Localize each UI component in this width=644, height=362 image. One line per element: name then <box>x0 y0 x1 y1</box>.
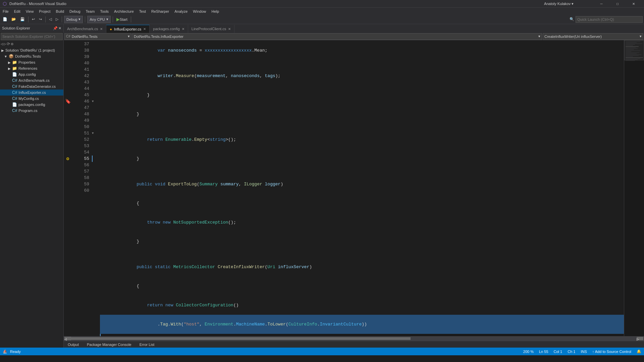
collapse-icon-51[interactable]: ▼ <box>92 132 94 135</box>
status-zoom[interactable]: 200 % <box>523 350 534 354</box>
gutter-line-55: ⚙ <box>64 156 72 162</box>
window-controls[interactable]: ─ □ ✕ <box>594 0 641 7</box>
menu-analyze[interactable]: Analyze <box>172 8 190 15</box>
se-item-properties[interactable]: ▶ 📁 Properties <box>0 59 63 65</box>
menu-project[interactable]: Project <box>36 8 53 15</box>
se-nav-back[interactable]: ◁ <box>1 42 3 47</box>
code-editor[interactable]: 🔖 ⚙ 37 <box>64 40 644 336</box>
tab-archbenchmark[interactable]: ArchBenchmark.cs ✕ <box>64 25 106 33</box>
collapse-53 <box>92 143 97 149</box>
ln-52: 52 <box>72 136 89 143</box>
menu-build[interactable]: Build <box>53 8 67 15</box>
chevron-nav2: ▾ <box>538 34 540 39</box>
toolbar-back[interactable]: ◁ <box>48 16 53 23</box>
solution-explorer-search[interactable] <box>1 33 63 40</box>
menu-tools[interactable]: Tools <box>97 8 111 15</box>
tab-packagesconfig[interactable]: packages.config ✕ <box>150 25 188 33</box>
ln-60: 60 <box>72 187 89 194</box>
menu-file[interactable]: File <box>0 8 11 15</box>
menu-architecture[interactable]: Architecture <box>111 8 137 15</box>
collapse-column: ▼ ▼ <box>92 40 97 336</box>
status-ch[interactable]: Ch 1 <box>568 350 575 354</box>
nav-method-dropdown[interactable]: CreateInfluxWriter(Uri influxServer) ▾ <box>543 33 643 40</box>
expand-icon4: ▶ <box>8 67 11 70</box>
se-item-myconfig[interactable]: ▶ C# MyConfig.cs <box>0 96 63 102</box>
status-ln[interactable]: Ln 55 <box>539 350 548 354</box>
toolbar-save[interactable]: 💾 <box>19 16 26 23</box>
start-button[interactable]: ▶ Start <box>115 16 129 23</box>
nav-file-dropdown[interactable]: C# DotNetRu.Tests ▾ <box>64 33 131 40</box>
horizontal-scrollbar[interactable]: ◁ ▷ <box>64 336 644 341</box>
se-item-label: Properties <box>18 60 35 64</box>
collapse-icon-46[interactable]: ▼ <box>92 100 94 103</box>
se-sync-icon[interactable]: ⟳ <box>7 42 10 47</box>
minimap[interactable] <box>624 40 644 336</box>
se-nav-fwd[interactable]: ▷ <box>4 42 6 47</box>
h-scroll-thumb[interactable] <box>71 337 411 340</box>
tab-close-archbenchmark[interactable]: ✕ <box>100 27 103 31</box>
minimap-viewport[interactable] <box>624 40 644 60</box>
source-control-button[interactable]: ↑ Add to Source Control <box>592 350 631 354</box>
toolbar-open[interactable]: 📂 <box>10 16 17 23</box>
collapse-51[interactable]: ▼ <box>92 130 97 136</box>
se-pin-icon[interactable]: 📌 <box>53 26 58 31</box>
menu-help[interactable]: Help <box>209 8 222 15</box>
se-settings-icon[interactable]: ⚙ <box>11 42 13 47</box>
bottom-tab-package-manager[interactable]: Package Manager Console <box>83 341 136 348</box>
menu-view[interactable]: View <box>23 8 37 15</box>
menu-team[interactable]: Team <box>83 8 98 15</box>
status-notification-icon[interactable]: 🔔 <box>637 349 641 354</box>
h-scroll-right[interactable]: ▷ <box>637 337 643 340</box>
tab-influxexporter[interactable]: ● InfluxExporter.cs ✕ <box>106 25 150 33</box>
se-item-fakedatagenerator[interactable]: ▶ C# FakeDataGenerator.cs <box>0 83 63 89</box>
expand-icon2: ▼ <box>4 55 7 58</box>
gutter-line-40 <box>64 60 72 66</box>
menu-window[interactable]: Window <box>190 8 209 15</box>
tab-lineprotocol[interactable]: LineProtocolClient.cs ✕ <box>188 25 234 33</box>
bottom-tab-output[interactable]: Output <box>64 341 83 348</box>
se-item-label: ArchBenchmark.cs <box>18 78 49 82</box>
chevron-down-icon: ▾ <box>78 17 80 21</box>
nav-class-dropdown[interactable]: DotNetRu.Tests.InfluxExporter ▾ <box>132 33 542 40</box>
quick-launch-input[interactable] <box>576 16 643 23</box>
toolbar: 📄 📂 💾 ↩ ↪ ◁ ▷ Debug ▾ Any CPU ▾ ▶ Start … <box>0 15 644 24</box>
toolbar-redo[interactable]: ↪ <box>38 16 43 23</box>
menu-test[interactable]: Test <box>137 8 149 15</box>
se-item-packagesconfig[interactable]: ▶ 📄 packages.config <box>0 102 63 108</box>
code-content[interactable]: var nanoseconds = xxxxxxxxxxxxxxxxxx.Mea… <box>97 40 624 336</box>
se-item-program[interactable]: ▶ C# Program.cs <box>0 108 63 114</box>
gutter-line-47 <box>64 105 72 111</box>
se-item-project[interactable]: ▼ 📦 DotNetRu.Tests <box>0 53 63 59</box>
source-control-icon: ⛵ <box>3 349 7 354</box>
debug-mode-dropdown[interactable]: Debug ▾ <box>64 16 83 23</box>
se-item-archbenchmark[interactable]: ▶ C# ArchBenchmark.cs <box>0 77 63 83</box>
tab-close-influxexporter[interactable]: ✕ <box>143 27 146 31</box>
status-ins[interactable]: INS <box>581 350 587 354</box>
ln-55: 55 <box>72 156 89 162</box>
tab-close-lineprotocol[interactable]: ✕ <box>228 27 231 31</box>
se-close-icon[interactable]: ✕ <box>58 26 61 31</box>
maximize-button[interactable]: □ <box>610 0 625 7</box>
toolbar-fwd[interactable]: ▷ <box>54 16 60 23</box>
gutter-line-42 <box>64 73 72 79</box>
tab-close-packagesconfig[interactable]: ✕ <box>182 27 184 31</box>
minimize-button[interactable]: ─ <box>594 0 609 7</box>
se-item-solution[interactable]: ▶ Solution 'DotNetRu' (1 project) <box>0 47 63 53</box>
se-item-influxexporter[interactable]: ▶ C# InfluxExporter.cs <box>0 89 63 96</box>
code-line-37: var nanoseconds = xxxxxxxxxxxxxxxxxx.Mea… <box>100 41 624 60</box>
menu-debug[interactable]: Debug <box>67 8 83 15</box>
se-item-references[interactable]: ▶ 📁 References <box>0 65 63 71</box>
se-item-appconfig[interactable]: ▶ 📄 App.config <box>0 71 63 77</box>
menu-resharper[interactable]: ReSharper <box>149 8 172 15</box>
collapse-46[interactable]: ▼ <box>92 98 97 105</box>
h-scroll-left[interactable]: ◁ <box>64 337 71 340</box>
close-button[interactable]: ✕ <box>626 0 641 7</box>
bottom-tab-error-list[interactable]: Error List <box>136 341 159 348</box>
platform-dropdown[interactable]: Any CPU ▾ <box>87 16 110 23</box>
collapse-58 <box>92 175 97 181</box>
toolbar-undo[interactable]: ↩ <box>31 16 36 23</box>
menu-edit[interactable]: Edit <box>11 8 23 15</box>
status-col[interactable]: Col 1 <box>554 350 562 354</box>
toolbar-new[interactable]: 📄 <box>1 16 9 23</box>
status-bar: ⛵ Ready 200 % Ln 55 Col 1 Ch 1 INS ↑ Add… <box>0 348 644 355</box>
